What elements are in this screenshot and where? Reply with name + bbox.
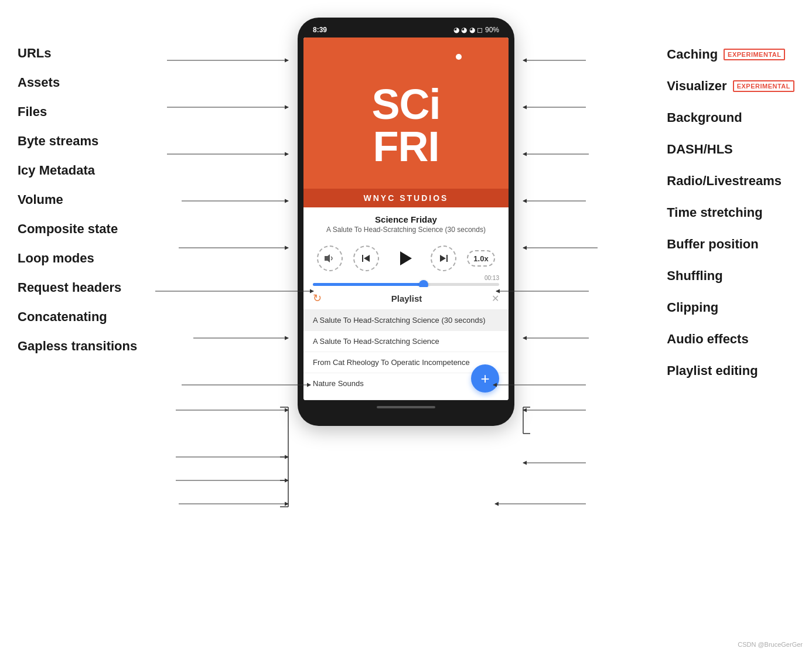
playlist-item-1[interactable]: A Salute To Head-Scratching Science	[303, 331, 509, 352]
label-radio-livestreams: Radio/Livestreams	[667, 173, 782, 189]
playlist-container: ↻ Playlist ✕ A Salute To Head-Scratching…	[303, 287, 509, 400]
status-icons: ◕ ◕ ◕ ◻ 90%	[453, 26, 499, 34]
right-labels-section: Caching EXPERIMENTAL Visualizer EXPERIME…	[667, 47, 794, 395]
add-button[interactable]: +	[471, 364, 499, 393]
phone-device: 8:39 ◕ ◕ ◕ ◻ 90% SCi FRI WNYC STUDIOS	[298, 18, 514, 426]
wnyc-studios-bar: WNYC STUDIOS	[303, 189, 509, 207]
progress-track[interactable]: 00:13	[313, 283, 499, 286]
label-dash-hls: DASH/HLS	[667, 142, 732, 157]
shuffle-icon[interactable]: ✕	[492, 293, 499, 304]
playlist-item-text-2: From Cat Rheology To Operatic Incompeten…	[313, 358, 470, 367]
label-byte-streams: Byte streams	[18, 135, 137, 148]
label-time-stretching: Time stretching	[667, 205, 762, 220]
right-row-audio-effects: Audio effects	[667, 332, 748, 347]
play-icon	[400, 251, 412, 265]
dot-accent	[456, 54, 462, 60]
playlist-label: Playlist	[322, 294, 492, 303]
playlist-item-text-3: Nature Sounds	[313, 379, 364, 388]
label-visualizer: Visualizer	[667, 79, 726, 94]
status-time: 8:39	[313, 26, 327, 34]
status-bar: 8:39 ◕ ◕ ◕ ◻ 90%	[303, 25, 509, 37]
phone-bottom-bar	[303, 400, 509, 414]
skip-forward-icon	[439, 254, 448, 263]
label-playlist-editing: Playlist editing	[667, 363, 758, 378]
track-subtitle: A Salute To Head-Scratching Science (30 …	[313, 226, 499, 234]
label-gapless-transitions: Gapless transitions	[18, 340, 137, 353]
right-row-time-stretching: Time stretching	[667, 205, 762, 220]
right-row-radio-livestreams: Radio/Livestreams	[667, 173, 782, 189]
label-clipping: Clipping	[667, 300, 718, 315]
label-urls: URLs	[18, 47, 137, 60]
playlist-items-list: A Salute To Head-Scratching Science (30 …	[303, 310, 509, 400]
left-labels-section: URLs Assets Files Byte streams Icy Metad…	[18, 47, 137, 369]
right-row-shuffling: Shuffling	[667, 268, 722, 284]
label-concatenating: Concatenating	[18, 311, 137, 323]
phone-body: 8:39 ◕ ◕ ◕ ◻ 90% SCi FRI WNYC STUDIOS	[298, 18, 514, 426]
loop-icon[interactable]: ↻	[313, 292, 322, 305]
volume-button[interactable]	[317, 245, 343, 271]
playlist-item-0[interactable]: A Salute To Head-Scratching Science (30 …	[303, 310, 509, 331]
right-row-buffer-position: Buffer position	[667, 237, 758, 252]
home-indicator	[377, 406, 435, 408]
skip-back-button[interactable]	[353, 245, 379, 271]
label-buffer-position: Buffer position	[667, 237, 758, 252]
phone-screen: SCi FRI WNYC STUDIOS Science Friday A Sa…	[303, 37, 509, 400]
page-container: URLs Assets Files Byte streams Icy Metad…	[0, 0, 812, 655]
label-loop-modes: Loop modes	[18, 252, 137, 265]
track-info: Science Friday A Salute To Head-Scratchi…	[303, 207, 509, 237]
right-row-playlist-editing: Playlist editing	[667, 363, 758, 378]
album-art: SCi FRI WNYC STUDIOS	[303, 37, 509, 207]
svg-rect-3	[446, 255, 448, 262]
right-row-clipping: Clipping	[667, 300, 718, 315]
sci-text: SCi	[371, 83, 440, 125]
badge-caching: EXPERIMENTAL	[724, 49, 785, 60]
svg-marker-2	[364, 255, 370, 262]
svg-rect-1	[362, 255, 363, 262]
label-caching: Caching	[667, 47, 718, 62]
battery-percent: 90%	[485, 26, 499, 34]
label-files: Files	[18, 105, 137, 118]
label-volume: Volume	[18, 193, 137, 206]
buffer-time: 00:13	[485, 275, 499, 281]
label-request-headers: Request headers	[18, 281, 137, 294]
right-row-background: Background	[667, 110, 742, 125]
speed-button[interactable]: 1.0x	[467, 250, 495, 267]
right-row-caching: Caching EXPERIMENTAL	[667, 47, 785, 62]
album-art-inner: SCi FRI WNYC STUDIOS	[303, 37, 509, 207]
label-background: Background	[667, 110, 742, 125]
track-title: Science Friday	[313, 214, 499, 224]
label-audio-effects: Audio effects	[667, 332, 748, 347]
right-row-dash-hls: DASH/HLS	[667, 142, 732, 157]
right-row-visualizer: Visualizer EXPERIMENTAL	[667, 79, 794, 94]
playlist-item-text-0: A Salute To Head-Scratching Science (30 …	[313, 316, 486, 325]
label-assets: Assets	[18, 76, 137, 89]
skip-forward-button[interactable]	[431, 245, 456, 271]
controls-row: 1.0x	[303, 237, 509, 277]
playlist-header: ↻ Playlist ✕	[303, 287, 509, 310]
volume-icon	[324, 253, 336, 264]
label-shuffling: Shuffling	[667, 268, 722, 284]
progress-section: 00:13	[303, 277, 509, 287]
playlist-item-3[interactable]: Nature Sounds +	[303, 373, 509, 400]
svg-marker-4	[440, 255, 446, 262]
badge-visualizer: EXPERIMENTAL	[733, 80, 794, 92]
label-composite-state: Composite state	[18, 223, 137, 236]
progress-fill	[313, 283, 421, 286]
svg-marker-0	[325, 254, 330, 262]
label-icy-metadata: Icy Metadata	[18, 164, 137, 177]
fri-text: FRI	[373, 125, 439, 168]
play-button[interactable]	[390, 243, 420, 274]
watermark: CSDN @BruceGerGer	[738, 641, 803, 648]
playlist-item-text-1: A Salute To Head-Scratching Science	[313, 337, 439, 346]
skip-back-icon	[361, 254, 371, 263]
